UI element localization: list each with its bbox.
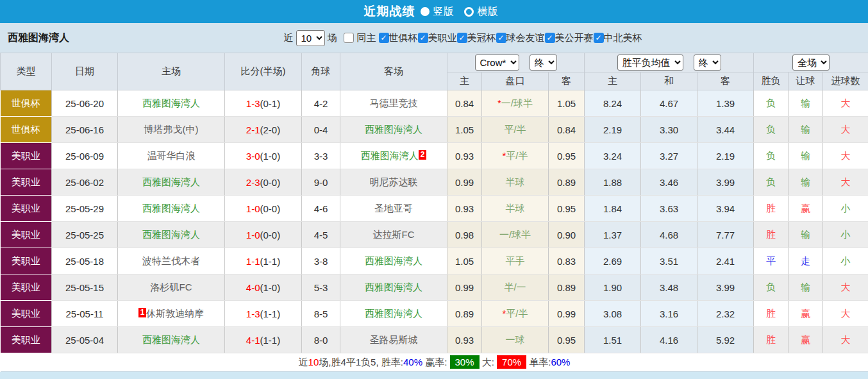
home-team-name[interactable]: 西雅图海湾人 <box>142 176 200 187</box>
table-row[interactable]: 美职业25-05-29西雅图海湾人1-0(0-0)4-6圣地亚哥0.93半球0.… <box>1 196 868 222</box>
col-score: 比分(半场) <box>225 53 302 90</box>
date-cell: 25-06-16 <box>52 117 118 143</box>
home-team-name[interactable]: 温哥华白浪 <box>147 150 196 161</box>
away-team-name[interactable]: 西雅图海湾人 <box>365 308 422 319</box>
layout-radio[interactable] <box>421 7 430 16</box>
away-team-name[interactable]: 圣路易斯城 <box>370 334 418 345</box>
home-team-name[interactable]: 西雅图海湾人 <box>142 229 200 240</box>
eu-away-odds: 2.41 <box>697 248 754 274</box>
away-team-name[interactable]: 西雅图海湾人 <box>365 282 422 292</box>
half-time-score: (0-1) <box>260 98 281 109</box>
league-checkbox[interactable]: ✓ <box>379 33 389 43</box>
league-checkbox[interactable]: ✓ <box>457 33 467 43</box>
result-goals-text: 大 <box>841 97 851 108</box>
league-badge: 世俱杯 <box>1 90 52 117</box>
handicap-text: 半球 <box>506 176 525 187</box>
half-time-score: (0-0) <box>260 230 281 240</box>
eu-home-odds: 8.24 <box>585 90 641 117</box>
result-goals: 大 <box>823 274 868 301</box>
away-team-name[interactable]: 马德里竞技 <box>370 97 418 108</box>
layout-radio-group: 竖版横版 <box>421 5 505 19</box>
away-cell: 西雅图海湾人2 <box>340 143 447 169</box>
home-team-name[interactable]: 西雅图海湾人 <box>142 203 200 214</box>
result-handicap: 赢 <box>789 301 823 327</box>
table-row[interactable]: 美职业25-06-02西雅图海湾人2-3(0-0)9-0明尼苏达联0.99半球0… <box>1 169 868 196</box>
layout-radio[interactable] <box>464 7 474 17</box>
result-handicap: 输 <box>789 143 823 169</box>
home-cell: 西雅图海湾人 <box>118 169 225 196</box>
league-badge: 美职业 <box>1 248 52 274</box>
home-team-name[interactable]: 休斯敦迪纳摩 <box>146 308 204 319</box>
score-cell: 3-0(1-0) <box>225 143 302 169</box>
league-checkbox[interactable]: ✓ <box>418 33 428 43</box>
bookmaker-select[interactable]: Crow* <box>475 55 519 71</box>
table-row[interactable]: 美职业25-06-09温哥华白浪3-0(1-0)3-3西雅图海湾人20.93*平… <box>1 143 868 169</box>
full-time-score: 1-1 <box>246 256 260 267</box>
home-team-name[interactable]: 波特兰伐木者 <box>142 255 200 266</box>
handicap-text: 平/半 <box>506 308 528 319</box>
euro-odds-select[interactable]: 胜平负均值 <box>617 55 683 71</box>
league-checkbox[interactable]: ✓ <box>545 33 555 43</box>
team-name: 西雅图海湾人 <box>8 31 69 45</box>
home-team-name[interactable]: 博塔弗戈(中) <box>144 124 199 135</box>
recent-count-select[interactable]: 10 <box>296 30 325 46</box>
league-badge: 美职业 <box>1 274 52 301</box>
league-label: 美职业 <box>428 32 457 44</box>
league-checkbox[interactable]: ✓ <box>594 33 604 43</box>
away-team-name[interactable]: 达拉斯FC <box>373 229 415 240</box>
away-team-name[interactable]: 明尼苏达联 <box>370 176 418 187</box>
ah-away-odds: 0.99 <box>549 301 585 327</box>
eu-home-odds: 1.37 <box>585 222 641 248</box>
result-goals-text: 大 <box>841 150 851 161</box>
col-eu-away: 客 <box>697 72 754 90</box>
ah-time-select[interactable]: 终 <box>530 55 557 71</box>
away-cell: 西雅图海湾人 <box>340 248 447 274</box>
ah-away-odds: 0.89 <box>549 274 585 301</box>
eu-draw-odds: 3.48 <box>641 274 697 301</box>
ah-home-odds: 1.05 <box>447 117 482 143</box>
home-team-name[interactable]: 西雅图海湾人 <box>142 97 200 108</box>
away-team-name[interactable]: 西雅图海湾人 <box>365 124 422 135</box>
home-team-name[interactable]: 西雅图海湾人 <box>142 334 200 345</box>
eu-away-odds: 3.94 <box>697 196 754 222</box>
result-goals-text: 小 <box>841 203 851 214</box>
ah-line: *一/球半 <box>482 90 549 117</box>
result-wdl: 胜 <box>754 301 789 327</box>
home-team-name[interactable]: 洛杉矶FC <box>151 282 192 292</box>
table-row[interactable]: 世俱杯25-06-20西雅图海湾人1-3(0-1)4-2马德里竞技0.84*一/… <box>1 90 868 117</box>
half-time-score: (2-0) <box>260 124 281 135</box>
ah-away-odds: 0.95 <box>549 196 585 222</box>
table-row[interactable]: 美职业25-05-04西雅图海湾人4-1(1-1)8-0圣路易斯城0.93一球0… <box>1 327 868 353</box>
home-cell: 西雅图海湾人 <box>118 90 225 117</box>
layout-radio-label[interactable]: 竖版 <box>433 5 454 19</box>
result-wdl-text: 胜 <box>766 229 776 240</box>
table-row[interactable]: 美职业25-05-18波特兰伐木者1-1(1-1)3-8西雅图海湾人1.05平手… <box>1 248 868 274</box>
away-cell: 马德里竞技 <box>340 90 447 117</box>
layout-radio-label[interactable]: 横版 <box>478 5 498 19</box>
away-team-name[interactable]: 西雅图海湾人 <box>365 255 422 266</box>
eu-away-odds: 7.77 <box>697 222 754 248</box>
away-team-name[interactable]: 圣地亚哥 <box>374 203 413 214</box>
away-cell: 圣地亚哥 <box>340 196 447 222</box>
result-goals-text: 小 <box>841 255 851 266</box>
same-home-checkbox[interactable] <box>344 33 354 43</box>
handicap-text: 平手 <box>506 255 525 266</box>
result-wdl: 胜 <box>754 196 789 222</box>
result-handicap: 赢 <box>789 327 823 353</box>
eu-time-select[interactable]: 终 <box>694 55 721 71</box>
score-cell: 4-0(1-0) <box>225 274 302 301</box>
eu-away-odds: 3.99 <box>697 169 754 196</box>
table-row[interactable]: 美职业25-05-15洛杉矶FC4-0(1-0)5-3西雅图海湾人0.99半/一… <box>1 274 868 301</box>
scope-select[interactable]: 全场 <box>792 55 830 71</box>
league-checkbox[interactable]: ✓ <box>496 33 506 43</box>
ah-home-odds: 1.05 <box>447 248 482 274</box>
table-row[interactable]: 美职业25-05-111休斯敦迪纳摩1-3(1-1)8-5西雅图海湾人0.89*… <box>1 301 868 327</box>
corners-cell: 3-3 <box>302 143 340 169</box>
summary-segment: 70% <box>497 355 526 369</box>
col-res-wdl: 胜负 <box>754 72 789 90</box>
table-row[interactable]: 世俱杯25-06-16博塔弗戈(中)2-1(2-0)0-4西雅图海湾人1.05平… <box>1 117 868 143</box>
table-row[interactable]: 美职业25-05-25西雅图海湾人1-0(0-0)4-5达拉斯FC0.98一/球… <box>1 222 868 248</box>
away-team-name[interactable]: 西雅图海湾人 <box>361 150 419 161</box>
col-res-ah: 让球 <box>789 72 823 90</box>
result-wdl: 负 <box>754 143 789 169</box>
